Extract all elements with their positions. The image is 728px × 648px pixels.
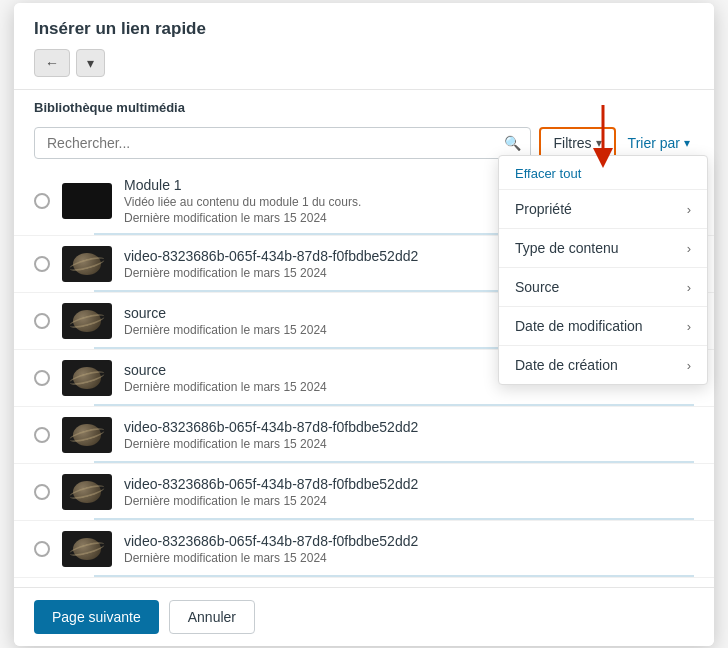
clear-all-button[interactable]: Effacer tout	[499, 156, 707, 190]
media-thumb-6	[62, 474, 112, 510]
search-input-wrap: 🔍	[34, 127, 531, 159]
media-thumb-5	[62, 417, 112, 453]
dropdown-item-label: Type de contenu	[515, 240, 619, 256]
dropdown-item-3[interactable]: Date de modification ›	[499, 307, 707, 346]
underline-bar	[94, 518, 694, 520]
sort-chevron-icon: ▾	[684, 136, 690, 150]
thumb-inner	[62, 183, 112, 219]
insert-link-modal: Insérer un lien rapide ← ▾ Bibliothèque …	[14, 3, 714, 646]
modal-footer: Page suivante Annuler	[14, 587, 714, 646]
media-item[interactable]: video-8323686b-065f-434b-87d8-f0fbdbe52d…	[14, 407, 714, 464]
dropdown-item-label: Source	[515, 279, 559, 295]
media-radio-2[interactable]	[34, 256, 50, 272]
underline-bar	[94, 461, 694, 463]
media-thumb-2	[62, 246, 112, 282]
underline-bar	[94, 575, 694, 577]
media-thumb-4	[62, 360, 112, 396]
media-date: Dernière modification le mars 15 2024	[124, 551, 694, 565]
dropdown-item-4[interactable]: Date de création ›	[499, 346, 707, 384]
thumb-inner	[62, 474, 112, 510]
dropdown-button[interactable]: ▾	[76, 49, 105, 77]
search-input[interactable]	[34, 127, 531, 159]
sort-button[interactable]: Trier par ▾	[624, 129, 694, 157]
dropdown-item-chevron-icon: ›	[687, 280, 691, 295]
back-button[interactable]: ←	[34, 49, 70, 77]
media-thumb-1	[62, 183, 112, 219]
media-name: video-8323686b-065f-434b-87d8-f0fbdbe52d…	[124, 419, 694, 435]
modal-title: Insérer un lien rapide	[34, 19, 694, 39]
media-radio-4[interactable]	[34, 370, 50, 386]
thumb-inner	[62, 531, 112, 567]
dropdown-item-2[interactable]: Source ›	[499, 268, 707, 307]
toolbar: ← ▾	[34, 49, 694, 77]
dropdown-item-label: Propriété	[515, 201, 572, 217]
media-item[interactable]: Le système solaire - 1 Partagé avec moi …	[14, 578, 714, 587]
dropdown-item-chevron-icon: ›	[687, 358, 691, 373]
filters-dropdown: Effacer tout Propriété › Type de contenu…	[498, 155, 708, 385]
media-radio-3[interactable]	[34, 313, 50, 329]
media-date: Dernière modification le mars 15 2024	[124, 437, 694, 451]
dropdown-item-label: Date de modification	[515, 318, 643, 334]
media-date: Dernière modification le mars 15 2024	[124, 494, 694, 508]
media-radio-7[interactable]	[34, 541, 50, 557]
thumb-inner	[62, 246, 112, 282]
media-info-6: video-8323686b-065f-434b-87d8-f0fbdbe52d…	[124, 476, 694, 508]
thumb-inner	[62, 360, 112, 396]
dropdown-item-0[interactable]: Propriété ›	[499, 190, 707, 229]
modal-header: Insérer un lien rapide ← ▾	[14, 3, 714, 90]
library-label: Bibliothèque multimédia	[14, 90, 714, 121]
media-item[interactable]: video-8323686b-065f-434b-87d8-f0fbdbe52d…	[14, 521, 714, 578]
media-thumb-3	[62, 303, 112, 339]
filters-chevron-icon: ▾	[596, 136, 602, 150]
underline-bar	[94, 404, 694, 406]
media-info-5: video-8323686b-065f-434b-87d8-f0fbdbe52d…	[124, 419, 694, 451]
dropdown-item-chevron-icon: ›	[687, 319, 691, 334]
media-thumb-7	[62, 531, 112, 567]
dropdown-item-chevron-icon: ›	[687, 241, 691, 256]
media-radio-6[interactable]	[34, 484, 50, 500]
next-page-button[interactable]: Page suivante	[34, 600, 159, 634]
dropdown-item-1[interactable]: Type de contenu ›	[499, 229, 707, 268]
filters-button[interactable]: Filtres ▾	[539, 127, 615, 159]
dropdown-item-label: Date de création	[515, 357, 618, 373]
media-radio-1[interactable]	[34, 193, 50, 209]
thumb-inner	[62, 417, 112, 453]
filters-label: Filtres	[553, 135, 591, 151]
search-icon: 🔍	[504, 135, 521, 151]
cancel-button[interactable]: Annuler	[169, 600, 255, 634]
media-item[interactable]: video-8323686b-065f-434b-87d8-f0fbdbe52d…	[14, 464, 714, 521]
media-name: video-8323686b-065f-434b-87d8-f0fbdbe52d…	[124, 476, 694, 492]
dropdown-item-chevron-icon: ›	[687, 202, 691, 217]
media-radio-5[interactable]	[34, 427, 50, 443]
sort-label: Trier par	[628, 135, 680, 151]
media-name: video-8323686b-065f-434b-87d8-f0fbdbe52d…	[124, 533, 694, 549]
media-info-7: video-8323686b-065f-434b-87d8-f0fbdbe52d…	[124, 533, 694, 565]
thumb-inner	[62, 303, 112, 339]
